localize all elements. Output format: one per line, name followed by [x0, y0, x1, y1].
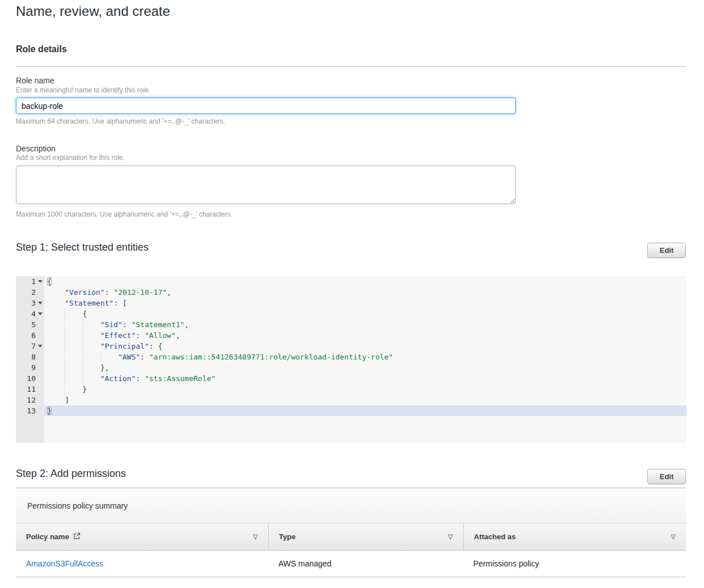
attached-as-cell: Permissions policy: [463, 559, 686, 568]
fold-icon[interactable]: [38, 312, 43, 315]
column-label: Policy name: [26, 532, 69, 541]
permissions-panel-title: Permissions policy summary: [16, 488, 686, 523]
column-header-policy-name: Policy name ▽: [16, 523, 268, 550]
permissions-summary-panel: Permissions policy summary Policy name ▽…: [16, 488, 686, 577]
code-line: {: [44, 308, 686, 319]
code-line: "Version": "2012-10-17",: [44, 287, 686, 298]
name-review-create-page: Name, review, and create Role details Ro…: [0, 0, 704, 588]
line-number: 9: [16, 362, 44, 373]
role-name-constraint: Maximum 64 characters. Use alphanumeric …: [16, 117, 225, 125]
step1-heading: Step 1: Select trusted entities: [16, 242, 149, 253]
code-line: "AWS": "arn:aws:iam::541263489771:role/w…: [44, 352, 686, 362]
line-number: 6: [16, 330, 44, 341]
line-number: 3: [16, 298, 44, 308]
policy-type-cell: AWS managed: [268, 559, 463, 568]
line-number: 5: [16, 319, 44, 330]
policy-name-cell: AmazonS3FullAccess: [16, 559, 268, 568]
description-hint: Add a short explanation for this role.: [16, 154, 125, 162]
column-label: Type: [279, 532, 295, 541]
fold-icon[interactable]: [38, 345, 43, 348]
page-title: Name, review, and create: [16, 3, 170, 19]
external-link-icon: [73, 532, 80, 542]
role-name-hint: Enter a meaningful name to identify this…: [16, 86, 150, 94]
line-number: 10: [16, 373, 44, 384]
step2-heading: Step 2: Add permissions: [16, 468, 126, 480]
permissions-table-header: Policy name ▽ Type ▽ Attached as ▽: [16, 523, 686, 551]
code-line: }: [44, 405, 686, 416]
code-line: },: [44, 362, 686, 373]
line-number: 4: [16, 308, 44, 319]
editor-gutter: 12345678910111213: [16, 276, 44, 443]
description-label: Description: [16, 144, 56, 153]
code-line: "Action": "sts:AssumeRole": [44, 373, 686, 384]
line-number: 11: [16, 384, 44, 395]
line-number: 1: [16, 276, 44, 287]
code-line: {: [44, 276, 686, 287]
line-number: 12: [16, 395, 44, 405]
description-textarea[interactable]: [16, 166, 516, 204]
code-line: "Sid": "Statement1",: [44, 319, 686, 330]
line-number: 8: [16, 352, 44, 362]
description-constraint: Maximum 1000 characters. Use alphanumeri…: [16, 210, 232, 218]
filter-icon[interactable]: ▽: [671, 533, 676, 540]
editor-code: {"Version": "2012-10-17","Statement": [{…: [44, 276, 686, 443]
code-line: "Principal": {: [44, 341, 686, 352]
role-name-label: Role name: [16, 76, 54, 85]
line-number: 13: [16, 405, 44, 416]
column-header-attached-as: Attached as ▽: [463, 523, 686, 550]
role-details-heading: Role details: [16, 44, 67, 54]
role-name-input[interactable]: [16, 98, 516, 114]
table-row: AmazonS3FullAccess AWS managed Permissio…: [16, 551, 686, 577]
filter-icon[interactable]: ▽: [253, 533, 258, 540]
filter-icon[interactable]: ▽: [448, 533, 453, 540]
code-line: "Effect": "Allow",: [44, 330, 686, 341]
code-line: "Statement": [: [44, 298, 686, 308]
section-divider: [16, 66, 686, 67]
policy-name-link[interactable]: AmazonS3FullAccess: [26, 559, 103, 568]
column-header-type: Type ▽: [268, 523, 463, 550]
line-number: 7: [16, 341, 44, 352]
policy-editor[interactable]: 12345678910111213 {"Version": "2012-10-1…: [16, 276, 686, 443]
line-number: 2: [16, 287, 44, 298]
step1-edit-button[interactable]: Edit: [647, 243, 686, 258]
code-line: }: [44, 384, 686, 395]
fold-icon[interactable]: [38, 280, 43, 283]
column-label: Attached as: [474, 532, 516, 541]
code-line: ]: [44, 395, 686, 405]
fold-icon[interactable]: [38, 302, 43, 304]
step2-edit-button[interactable]: Edit: [647, 469, 686, 484]
